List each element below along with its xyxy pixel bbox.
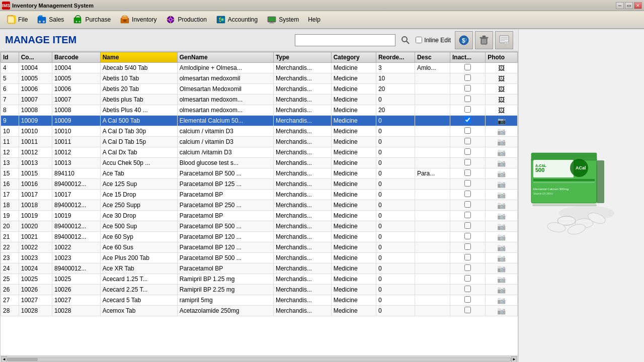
menu-production[interactable]: Production bbox=[162, 13, 210, 27]
inactive-checkbox[interactable] bbox=[464, 74, 471, 81]
inactive-checkbox[interactable] bbox=[464, 264, 471, 271]
table-container[interactable]: Id Co... Barcode Name GenName Type Categ… bbox=[0, 51, 518, 356]
cell-photo[interactable]: 📷 bbox=[486, 274, 518, 285]
menu-accounting[interactable]: $ Accounting bbox=[212, 13, 262, 27]
inactive-checkbox[interactable] bbox=[464, 233, 471, 239]
cell-photo[interactable]: 📷 bbox=[486, 200, 518, 211]
inactive-checkbox[interactable] bbox=[464, 275, 471, 282]
minimize-button[interactable]: ─ bbox=[616, 2, 624, 9]
close-button[interactable]: ✕ bbox=[634, 2, 642, 9]
cell-inactive[interactable] bbox=[450, 232, 486, 242]
cell-photo[interactable]: 📷 bbox=[486, 221, 518, 232]
cell-inactive[interactable] bbox=[450, 158, 486, 168]
table-row[interactable]: 191001910019Ace 30 DropParacetamol BPMer… bbox=[1, 211, 518, 221]
cell-inactive[interactable] bbox=[450, 168, 486, 179]
inactive-checkbox[interactable] bbox=[464, 96, 471, 102]
table-row[interactable]: 211002189400012...Ace 60 SypParacetamol … bbox=[1, 232, 518, 242]
inactive-checkbox[interactable] bbox=[464, 117, 471, 123]
table-row[interactable]: 221002210022Ace 60 SusParacetamol BP 120… bbox=[1, 242, 518, 253]
table-row[interactable]: 231002310023Ace Plus 200 TabParacetamol … bbox=[1, 253, 518, 263]
horizontal-scrollbar[interactable]: ◄ ► bbox=[0, 356, 518, 362]
inactive-checkbox[interactable] bbox=[464, 159, 471, 165]
cell-photo[interactable]: 📷 bbox=[486, 179, 518, 190]
table-row[interactable]: 261002610026Acecard 2.25 T...Ramipril BP… bbox=[1, 285, 518, 295]
edit-button[interactable] bbox=[495, 31, 513, 49]
cell-inactive[interactable] bbox=[450, 253, 486, 263]
cell-photo[interactable]: 📷 bbox=[486, 253, 518, 263]
menu-system[interactable]: System bbox=[263, 13, 303, 27]
search-input[interactable] bbox=[295, 34, 395, 46]
scrollbar-track[interactable] bbox=[7, 357, 511, 361]
table-row[interactable]: 1510015894110Ace TabParacetamol BP 500 .… bbox=[1, 168, 518, 179]
table-row[interactable]: 81000810008Abetis Plus 40 ...olmesartan … bbox=[1, 105, 518, 116]
menu-sales[interactable]: Sales bbox=[33, 13, 68, 27]
cell-inactive[interactable] bbox=[450, 179, 486, 190]
search-button[interactable] bbox=[399, 34, 412, 46]
cell-photo[interactable]: 🖼 bbox=[486, 63, 518, 73]
inactive-checkbox[interactable] bbox=[464, 201, 471, 208]
cell-inactive[interactable] bbox=[450, 285, 486, 295]
delete-button[interactable] bbox=[475, 31, 493, 49]
table-row[interactable]: 201002089400012...Ace 500 SupParacetamol… bbox=[1, 221, 518, 232]
inactive-checkbox[interactable] bbox=[464, 127, 471, 134]
cell-photo[interactable]: 📷 bbox=[486, 232, 518, 242]
table-row[interactable]: 111001110011A Cal D Tab 15pcalcium / vit… bbox=[1, 137, 518, 147]
table-row[interactable]: 51000510005Abetis 10 Tabolmesartan medox… bbox=[1, 73, 518, 84]
cell-photo[interactable]: 📷 bbox=[486, 295, 518, 306]
col-category[interactable]: Category bbox=[331, 52, 376, 63]
menu-inventory[interactable]: Inventory bbox=[116, 13, 160, 27]
menu-help[interactable]: Help bbox=[304, 14, 325, 25]
table-row[interactable]: 171001710017Ace 15 DropParacetamol BPMer… bbox=[1, 190, 518, 200]
col-co[interactable]: Co... bbox=[19, 52, 52, 63]
table-row[interactable]: 131001310013Accu Chek 50p ...Blood gluco… bbox=[1, 158, 518, 168]
cell-inactive[interactable] bbox=[450, 137, 486, 147]
cell-photo[interactable]: 📷 bbox=[486, 190, 518, 200]
table-row[interactable]: 271002710027Acecard 5 Tabramipril 5mgMer… bbox=[1, 295, 518, 306]
cell-photo[interactable]: 📷 bbox=[486, 168, 518, 179]
inactive-checkbox[interactable] bbox=[464, 296, 471, 303]
col-barcode[interactable]: Barcode bbox=[52, 52, 101, 63]
cell-inactive[interactable] bbox=[450, 200, 486, 211]
cell-inactive[interactable] bbox=[450, 95, 486, 105]
inactive-checkbox[interactable] bbox=[464, 85, 471, 92]
cell-inactive[interactable] bbox=[450, 84, 486, 95]
scroll-right-button[interactable]: ► bbox=[511, 356, 517, 363]
table-row[interactable]: 281002810028Acemox TabAcetazolamide 250m… bbox=[1, 306, 518, 316]
inactive-checkbox[interactable] bbox=[464, 180, 471, 187]
cell-photo[interactable]: 🖼 bbox=[486, 95, 518, 105]
cell-photo[interactable]: 📷 bbox=[486, 242, 518, 253]
col-id[interactable]: Id bbox=[1, 52, 19, 63]
inactive-checkbox[interactable] bbox=[464, 148, 471, 155]
cell-photo[interactable]: 📷 bbox=[486, 116, 518, 126]
cell-inactive[interactable] bbox=[450, 221, 486, 232]
inactive-checkbox[interactable] bbox=[464, 191, 471, 197]
cell-photo[interactable]: 🖼 bbox=[486, 84, 518, 95]
table-row[interactable]: 41000410004Abecab 5/40 TabAmlodipine + O… bbox=[1, 63, 518, 73]
scrollbar-thumb[interactable] bbox=[8, 358, 38, 361]
cell-inactive[interactable] bbox=[450, 73, 486, 84]
inactive-checkbox[interactable] bbox=[464, 138, 471, 144]
cell-photo[interactable]: 🖼 bbox=[486, 73, 518, 84]
inactive-checkbox[interactable] bbox=[464, 106, 471, 113]
inactive-checkbox[interactable] bbox=[464, 254, 471, 260]
cell-photo[interactable]: 📷 bbox=[486, 147, 518, 158]
cell-inactive[interactable] bbox=[450, 242, 486, 253]
table-row[interactable]: 61000610006Abetis 20 TabOlmesartan Medox… bbox=[1, 84, 518, 95]
cell-photo[interactable]: 📷 bbox=[486, 211, 518, 221]
cell-inactive[interactable] bbox=[450, 147, 486, 158]
cell-inactive[interactable] bbox=[450, 295, 486, 306]
cell-photo[interactable]: 📷 bbox=[486, 285, 518, 295]
scroll-left-button[interactable]: ◄ bbox=[1, 356, 7, 363]
cell-photo[interactable]: 📷 bbox=[486, 306, 518, 316]
cell-inactive[interactable] bbox=[450, 190, 486, 200]
cell-photo[interactable]: 📷 bbox=[486, 137, 518, 147]
cell-photo[interactable]: 📷 bbox=[486, 263, 518, 274]
cell-inactive[interactable] bbox=[450, 306, 486, 316]
col-name[interactable]: Name bbox=[100, 52, 177, 63]
col-inactive[interactable]: Inact... bbox=[450, 52, 486, 63]
currency-button[interactable]: $ bbox=[455, 31, 473, 49]
table-row[interactable]: 241002489400012...Ace XR TabParacetamol … bbox=[1, 263, 518, 274]
cell-photo[interactable]: 🖼 bbox=[486, 105, 518, 116]
cell-inactive[interactable] bbox=[450, 116, 486, 126]
inline-edit-checkbox[interactable] bbox=[416, 37, 422, 43]
